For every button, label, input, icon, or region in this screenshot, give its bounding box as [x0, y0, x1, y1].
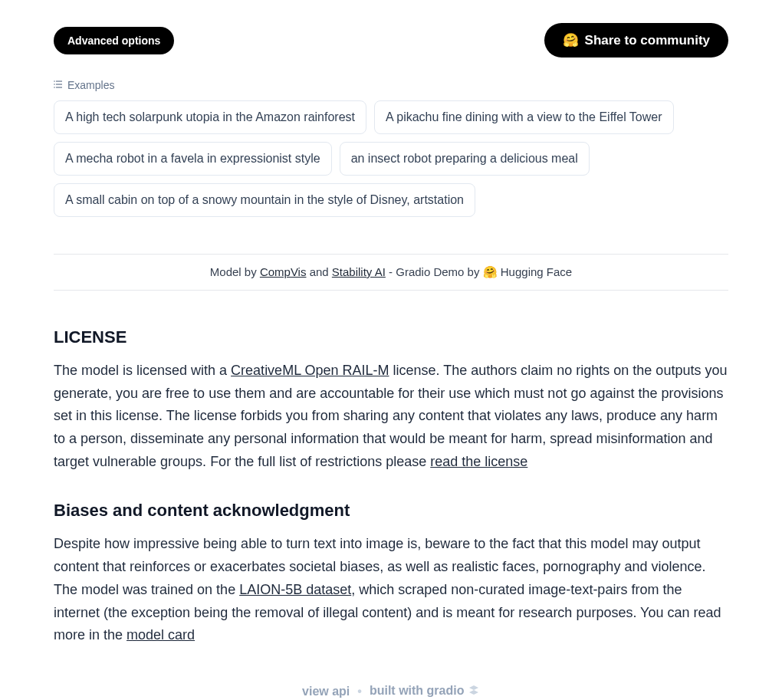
examples-list: A high tech solarpunk utopia in the Amaz…	[54, 100, 728, 217]
laion-dataset-link[interactable]: LAION-5B dataset	[239, 582, 351, 597]
credits-line: Model by CompVis and Stability AI - Grad…	[54, 254, 728, 291]
hugging-face-icon: 🤗	[563, 32, 579, 48]
example-item[interactable]: A pikachu fine dining with a view to the…	[374, 100, 674, 134]
license-text: The model is licensed with a CreativeML …	[54, 360, 728, 473]
footer-separator: •	[357, 685, 362, 698]
share-to-community-button[interactable]: 🤗 Share to community	[544, 23, 728, 58]
license-heading: LICENSE	[54, 327, 728, 347]
biases-heading: Biases and content acknowledgment	[54, 501, 728, 521]
svg-marker-7	[469, 690, 478, 695]
example-item[interactable]: A mecha robot in a favela in expressioni…	[54, 142, 332, 176]
model-card-link[interactable]: model card	[127, 627, 195, 642]
example-item[interactable]: A high tech solarpunk utopia in the Amaz…	[54, 100, 366, 134]
list-icon	[54, 80, 63, 90]
examples-label: Examples	[67, 79, 114, 91]
gradio-icon	[468, 684, 480, 699]
hugging-face-icon: 🤗	[483, 265, 498, 279]
share-button-label: Share to community	[585, 33, 710, 48]
example-item[interactable]: an insect robot preparing a delicious me…	[340, 142, 590, 176]
creativeml-license-link[interactable]: CreativeML Open RAIL-M	[231, 363, 389, 378]
svg-marker-6	[469, 685, 478, 690]
advanced-options-button[interactable]: Advanced options	[54, 27, 174, 54]
svg-point-5	[54, 87, 55, 88]
compvis-link[interactable]: CompVis	[260, 265, 307, 278]
svg-point-3	[54, 81, 55, 82]
examples-header: Examples	[54, 79, 728, 91]
example-item[interactable]: A small cabin on top of a snowy mountain…	[54, 183, 475, 217]
built-with-gradio-link[interactable]: built with gradio	[370, 684, 480, 699]
view-api-link[interactable]: view api	[302, 685, 350, 698]
read-license-link[interactable]: read the license	[430, 454, 527, 469]
stability-ai-link[interactable]: Stability AI	[332, 265, 386, 278]
footer: view api • built with gradio	[54, 675, 728, 700]
svg-point-4	[54, 84, 55, 85]
biases-text: Despite how impressive being able to tur…	[54, 533, 728, 646]
